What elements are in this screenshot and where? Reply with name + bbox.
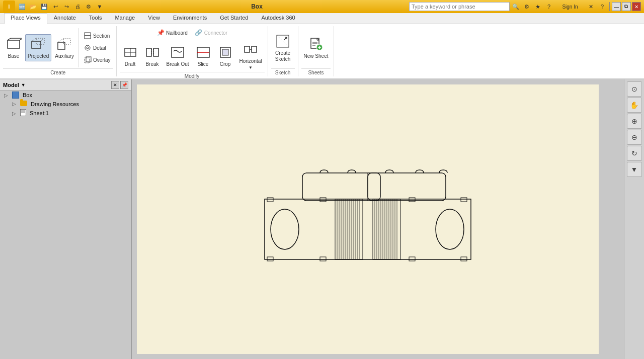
svg-rect-74 (267, 257, 273, 261)
nailboard-btn[interactable]: 📌 Nailboard (154, 27, 190, 38)
horizontal-btn[interactable]: Horizontal ▼ (237, 39, 265, 72)
pan-btn[interactable]: ✋ (627, 98, 642, 113)
more-btn[interactable]: ▼ (95, 2, 105, 12)
window-minimize-btn[interactable]: — (612, 2, 621, 11)
crop-btn[interactable]: Crop (215, 42, 236, 69)
undo-btn[interactable]: ↩ (50, 2, 60, 12)
box-model-icon (12, 92, 19, 99)
crop-label: Crop (220, 61, 231, 67)
svg-point-43 (436, 209, 464, 249)
svg-rect-76 (320, 257, 326, 261)
folder-icon (20, 101, 27, 107)
create-buttons: Base Projected (3, 27, 113, 68)
zoom-fit-btn[interactable]: ⊙ (627, 81, 642, 97)
left-panel-header: Model ▼ ✕ 📌 (0, 79, 131, 91)
new-sheet-btn[interactable]: New Sheet (301, 34, 331, 61)
star-icon[interactable]: ★ (533, 2, 543, 12)
search-icon[interactable]: 🔍 (511, 2, 521, 12)
connector-label: Connector (204, 30, 227, 36)
svg-rect-70 (302, 173, 380, 201)
title-bar: I 🆕 📂 💾 ↩ ↪ 🖨 ⚙ ▼ Box 🔍 ⚙ ★ ? Sign In ✕ … (0, 0, 644, 13)
tab-annotate[interactable]: Annotate (47, 13, 83, 24)
search-input[interactable] (410, 4, 495, 10)
drawing-area[interactable] (132, 79, 624, 359)
draft-btn[interactable]: Draft (120, 42, 141, 69)
sheet1-expand-icon: ▷ (12, 111, 18, 116)
projected-btn[interactable]: Projected (25, 34, 51, 61)
zoom-in-btn[interactable]: ⊕ (627, 114, 642, 129)
open-btn[interactable]: 📂 (28, 2, 38, 12)
slice-icon (195, 44, 211, 60)
window-restore-btn[interactable]: ⧉ (622, 2, 631, 11)
window-close-btn[interactable]: ✕ (632, 2, 641, 11)
tree-item-drawing-resources[interactable]: ▷ Drawing Resources (0, 100, 131, 108)
left-panel-controls: ✕ 📌 (111, 81, 128, 89)
draft-icon (122, 44, 138, 60)
tab-autodesk-360[interactable]: Autodesk 360 (255, 13, 301, 24)
overlay-btn[interactable]: Overlay (81, 54, 113, 65)
print-btn[interactable]: 🖨 (72, 2, 83, 12)
zoom-out-btn[interactable]: ⊖ (627, 130, 642, 145)
box-label: Box (23, 92, 32, 98)
panel-close-btn[interactable]: ✕ (111, 81, 119, 89)
ribbon-group-modify: 📌 Nailboard 🔗 Connector Draft (117, 26, 268, 76)
left-panel: Model ▼ ✕ 📌 ▷ Box ▷ Drawing Resou (0, 79, 132, 359)
properties-btn[interactable]: ⚙ (84, 2, 94, 12)
tab-manage[interactable]: Manage (108, 13, 141, 24)
connector-icon: 🔗 (195, 29, 203, 37)
svg-rect-4 (32, 41, 41, 48)
svg-rect-78 (409, 257, 415, 261)
create-sketch-btn[interactable]: CreateSketch (272, 31, 293, 64)
technical-drawing (260, 169, 476, 270)
settings-icon[interactable]: ⚙ (522, 2, 532, 12)
search-bar[interactable] (409, 2, 510, 11)
view-more-btn[interactable]: ▼ (627, 162, 642, 177)
svg-rect-79 (461, 198, 467, 202)
tab-place-views[interactable]: Place Views (4, 13, 47, 24)
save-btn[interactable]: 💾 (39, 2, 49, 12)
tree-item-box[interactable]: ▷ Box (0, 91, 131, 100)
auxiliary-btn[interactable]: Auxiliary (52, 34, 76, 61)
base-btn[interactable]: Base (3, 34, 24, 61)
detail-label: Detail (93, 45, 106, 51)
slice-btn[interactable]: Slice (193, 42, 214, 69)
main-area: Model ▼ ✕ 📌 ▷ Box ▷ Drawing Resou (0, 79, 644, 359)
svg-point-13 (85, 45, 90, 50)
title-bar-right: 🔍 ⚙ ★ ? Sign In ✕ ? — ⧉ ✕ (409, 2, 641, 12)
tab-environments[interactable]: Environments (167, 13, 213, 24)
tab-tools[interactable]: Tools (83, 13, 109, 24)
rotate-btn[interactable]: ↻ (627, 146, 642, 161)
svg-line-10 (58, 39, 63, 42)
redo-btn[interactable]: ↪ (61, 2, 71, 12)
sign-in-btn[interactable]: Sign In (555, 2, 585, 12)
right-panel: ⊙ ✋ ⊕ ⊖ ↻ ▼ (624, 79, 644, 359)
svg-rect-28 (222, 49, 228, 55)
new-sheet-label: New Sheet (304, 53, 329, 59)
tab-get-started[interactable]: Get Started (213, 13, 255, 24)
nailboard-label: Nailboard (166, 30, 188, 36)
overlay-icon (84, 56, 92, 64)
help2-icon[interactable]: ? (597, 2, 607, 12)
left-panel-title: Model ▼ (3, 82, 26, 88)
section-btn[interactable]: Section (81, 30, 113, 41)
svg-line-6 (32, 38, 36, 41)
create-small-buttons: Section Detail (81, 30, 113, 65)
crop-icon (217, 44, 233, 60)
new-btn[interactable]: 🆕 (17, 2, 27, 12)
tab-view[interactable]: View (141, 13, 167, 24)
svg-rect-77 (409, 198, 415, 202)
close-product-icon[interactable]: ✕ (586, 2, 596, 12)
help-icon[interactable]: ? (544, 2, 554, 12)
break-out-btn[interactable]: Break Out (164, 42, 192, 69)
panel-pin-btn[interactable]: 📌 (120, 81, 128, 89)
detail-btn[interactable]: Detail (81, 42, 113, 53)
tree-item-sheet1[interactable]: ▷ Sheet:1 (0, 108, 131, 118)
modify-buttons: Draft Break (120, 39, 265, 72)
drawing-resources-label: Drawing Resources (31, 101, 79, 107)
ribbon-group-sheets: New Sheet Sheets (298, 26, 335, 76)
nailboard-icon: 📌 (156, 29, 165, 37)
drawing-canvas (137, 84, 599, 354)
overlay-label: Overlay (93, 57, 110, 63)
break-btn[interactable]: Break (142, 42, 163, 69)
connector-btn[interactable]: 🔗 Connector (192, 27, 230, 38)
